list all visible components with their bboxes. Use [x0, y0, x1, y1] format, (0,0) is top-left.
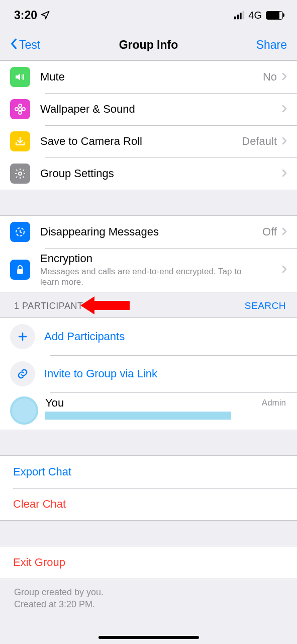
- group-settings-row[interactable]: Group Settings: [0, 157, 297, 190]
- svg-point-9: [19, 172, 22, 175]
- exit-group-label: Exit Group: [13, 556, 297, 569]
- svg-point-8: [22, 108, 25, 111]
- group-settings-label: Group Settings: [40, 167, 282, 180]
- network-label: 4G: [248, 10, 262, 21]
- mute-row[interactable]: Mute No: [0, 61, 297, 93]
- wallpaper-sound-row[interactable]: Wallpaper & Sound: [0, 93, 297, 125]
- mute-label: Mute: [40, 70, 263, 84]
- navigation-bar: Test Group Info Share: [0, 30, 297, 60]
- participant-role: Admin: [262, 398, 297, 408]
- camera-roll-value: Default: [242, 135, 277, 148]
- camera-roll-label: Save to Camera Roll: [40, 135, 242, 148]
- encryption-label: Encryption: [40, 252, 282, 265]
- annotation-arrow: [80, 296, 130, 314]
- download-icon: [10, 131, 30, 151]
- footer-line-1: Group created by you.: [14, 586, 283, 598]
- chevron-left-icon: [10, 38, 17, 52]
- svg-point-4: [19, 108, 22, 111]
- plus-icon: [10, 324, 35, 349]
- chevron-right-icon: [282, 263, 287, 276]
- svg-point-5: [19, 104, 22, 107]
- svg-rect-11: [17, 269, 23, 274]
- add-participants-row[interactable]: Add Participants: [0, 318, 297, 355]
- svg-point-6: [19, 111, 22, 114]
- footer-note: Group created by you. Created at 3:20 PM…: [0, 579, 297, 631]
- mute-value: No: [263, 70, 277, 84]
- gear-icon: [10, 164, 30, 184]
- flower-icon: [10, 99, 30, 119]
- battery-icon: [266, 11, 283, 20]
- svg-point-7: [15, 108, 18, 111]
- share-button[interactable]: Share: [256, 38, 287, 52]
- export-chat-label: Export Chat: [13, 465, 297, 478]
- wallpaper-label: Wallpaper & Sound: [40, 103, 282, 116]
- svg-rect-2: [240, 13, 242, 19]
- participant-you-row[interactable]: You Admin: [0, 392, 297, 430]
- svg-rect-3: [243, 11, 245, 20]
- add-participants-label: Add Participants: [44, 330, 297, 343]
- export-chat-row[interactable]: Export Chat: [0, 456, 297, 488]
- encryption-row[interactable]: Encryption Messages and calls are end-to…: [0, 248, 297, 292]
- participant-name: You: [45, 396, 64, 410]
- avatar: [10, 396, 38, 425]
- chevron-right-icon: [282, 103, 287, 116]
- speaker-icon: [10, 67, 30, 87]
- page-title: Group Info: [119, 38, 178, 52]
- camera-roll-row[interactable]: Save to Camera Roll Default: [0, 125, 297, 157]
- chevron-right-icon: [282, 225, 287, 238]
- disappearing-value: Off: [262, 225, 277, 238]
- disappearing-messages-row[interactable]: Disappearing Messages Off: [0, 216, 297, 248]
- encryption-subtitle: Messages and calls are end-to-end encryp…: [40, 266, 282, 288]
- chevron-right-icon: [282, 70, 287, 84]
- link-icon: [10, 361, 35, 386]
- redacted-phone: [45, 412, 231, 420]
- chevron-right-icon: [282, 167, 287, 180]
- back-button[interactable]: Test: [10, 38, 40, 52]
- home-indicator[interactable]: [98, 636, 199, 639]
- clear-chat-row[interactable]: Clear Chat: [0, 488, 297, 520]
- search-participants-button[interactable]: SEARCH: [245, 300, 286, 311]
- footer-line-2: Created at 3:20 PM.: [14, 598, 283, 610]
- clear-chat-label: Clear Chat: [13, 498, 297, 511]
- status-bar: 3:20 4G: [0, 0, 297, 30]
- participants-header: 1 PARTICIPANT SEARCH: [0, 292, 297, 317]
- back-label: Test: [19, 38, 40, 52]
- invite-link-row[interactable]: Invite to Group via Link: [0, 355, 297, 392]
- invite-link-label: Invite to Group via Link: [44, 367, 297, 380]
- signal-icon: [234, 11, 245, 20]
- svg-rect-1: [237, 15, 239, 19]
- exit-group-row[interactable]: Exit Group: [0, 546, 297, 579]
- svg-rect-0: [234, 17, 236, 20]
- status-time: 3:20: [14, 9, 37, 22]
- disappearing-label: Disappearing Messages: [40, 225, 262, 238]
- timer-icon: [10, 222, 30, 242]
- location-icon: [40, 10, 50, 20]
- participants-count-label: 1 PARTICIPANT: [14, 301, 83, 311]
- chevron-right-icon: [282, 135, 287, 148]
- lock-icon: [10, 260, 30, 280]
